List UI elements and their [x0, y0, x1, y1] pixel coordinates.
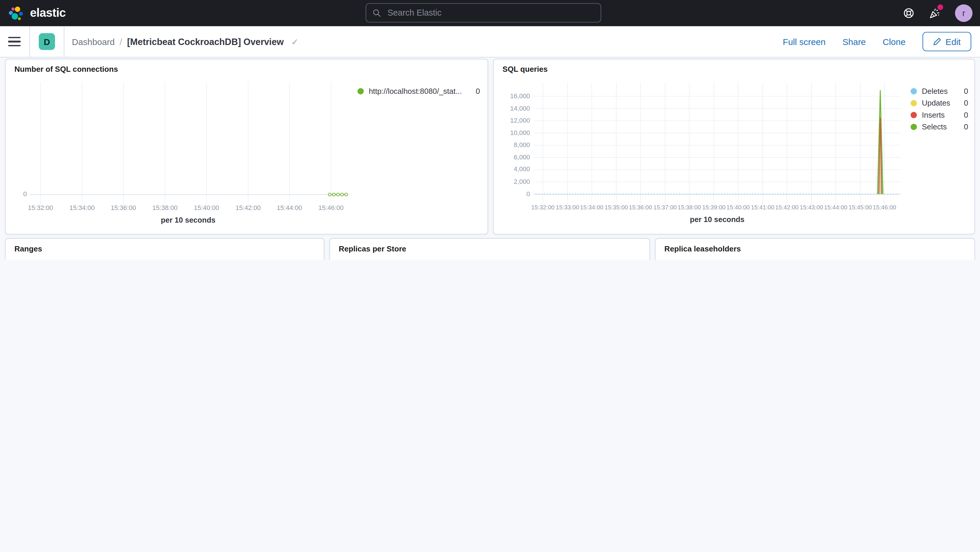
help-button[interactable] — [903, 8, 915, 19]
legend-dot — [911, 112, 917, 118]
y-tick-label: 2,000 — [514, 178, 530, 185]
chart-svg — [29, 82, 347, 207]
panel-title: Replica leaseholders — [665, 244, 741, 253]
search-input[interactable] — [387, 8, 595, 18]
x-axis-title: per 10 seconds — [534, 215, 900, 224]
panel-title: Number of SQL connections — [14, 65, 118, 74]
top-bar: elastic — [0, 0, 980, 26]
breadcrumb-separator: / — [120, 37, 122, 46]
panel-replica-leaseholders: Replica leaseholders 01020304050607080 1… — [655, 238, 975, 260]
avatar-initial: r — [963, 8, 965, 18]
legend-label: Inserts — [922, 111, 945, 119]
user-avatar[interactable]: r — [955, 5, 973, 22]
x-tick-label: 15:33:00 — [556, 204, 579, 210]
x-tick-label: 15:45:00 — [849, 204, 872, 210]
panel-ranges: Ranges 01020304050607080 15:32:0015:34:0… — [5, 238, 324, 260]
chart-plot[interactable] — [534, 83, 900, 200]
x-axis-labels: 15:32:0015:34:0015:36:0015:38:0015:40:00… — [29, 204, 347, 213]
x-tick-label: 15:42:00 — [775, 204, 799, 210]
x-tick-label: 15:36:00 — [629, 204, 652, 210]
panel-sql-queries: SQL queries 02,0004,0006,0008,00010,0001… — [493, 59, 975, 234]
x-tick-label: 15:43:00 — [800, 204, 823, 210]
legend-dot — [358, 88, 364, 94]
nav-bar: D Dashboard / [Metricbeat CockroachDB] O… — [0, 26, 980, 57]
legend-value: 0 — [964, 99, 968, 108]
legend-item[interactable]: http://localhost:8080/_stat...0 — [358, 87, 480, 95]
panel-title: Ranges — [14, 244, 42, 253]
search-icon — [372, 8, 381, 17]
y-tick-label: 6,000 — [514, 154, 530, 161]
x-tick-label: 15:37:00 — [653, 204, 676, 210]
legend-label: Deletes — [922, 87, 948, 95]
y-tick-label: 0 — [526, 190, 530, 197]
panel-replicas-per-store: Replicas per Store 01020304050607080 15:… — [329, 238, 650, 260]
help-life-ring-icon — [903, 8, 915, 19]
page-title: [Metricbeat CockroachDB] Overview — [127, 37, 284, 46]
full-screen-button[interactable]: Full screen — [783, 37, 826, 46]
x-tick-label: 15:38:00 — [152, 204, 178, 211]
legend-label: http://localhost:8080/_stat... — [369, 87, 462, 95]
y-tick-label: 16,000 — [510, 92, 530, 99]
chart-legend: http://localhost:8080/_stat...0 — [358, 87, 480, 95]
notification-dot — [937, 4, 943, 10]
top-actions: r — [903, 0, 973, 26]
clone-button[interactable]: Clone — [883, 37, 905, 46]
legend-value: 0 — [964, 111, 968, 119]
edit-button[interactable]: Edit — [923, 32, 971, 51]
space-badge-letter: D — [44, 37, 50, 46]
x-tick-label: 15:44:00 — [824, 204, 847, 210]
y-tick-label: 8,000 — [514, 142, 530, 148]
legend-item[interactable]: Updates0 — [911, 99, 968, 108]
x-tick-label: 15:42:00 — [235, 204, 261, 211]
y-tick-label: 4,000 — [514, 166, 530, 173]
y-tick-label: 10,000 — [510, 129, 530, 136]
legend-item[interactable]: Selects0 — [911, 122, 968, 132]
elastic-logo-icon — [8, 5, 24, 21]
legend-dot — [911, 88, 917, 94]
chart-plot[interactable] — [29, 82, 347, 200]
edit-button-label: Edit — [946, 37, 961, 46]
pencil-icon — [933, 38, 941, 46]
y-tick-label: 0 — [23, 191, 27, 197]
panel-title: Replicas per Store — [339, 244, 406, 253]
space-badge[interactable]: D — [39, 33, 55, 50]
global-search[interactable] — [366, 3, 601, 23]
x-tick-label: 15:46:00 — [873, 204, 896, 210]
x-tick-label: 15:32:00 — [531, 204, 555, 210]
x-tick-label: 15:36:00 — [111, 204, 136, 211]
legend-item[interactable]: Inserts0 — [911, 111, 968, 119]
breadcrumb-dashboard[interactable]: Dashboard — [72, 37, 115, 46]
y-tick-label: 12,000 — [510, 117, 530, 124]
chart-legend: Deletes0Updates0Inserts0Selects0 — [911, 87, 968, 131]
x-axis-title: per 10 seconds — [29, 216, 347, 224]
whats-new-button[interactable] — [929, 7, 940, 19]
legend-value: 0 — [964, 122, 968, 132]
legend-dot — [911, 124, 917, 130]
panel-title: SQL queries — [503, 65, 548, 74]
share-button[interactable]: Share — [842, 37, 865, 46]
kibana-dashboard: elastic — [0, 0, 980, 260]
x-tick-label: 15:35:00 — [605, 204, 628, 210]
x-tick-label: 15:32:00 — [28, 204, 53, 211]
x-tick-label: 15:39:00 — [702, 204, 725, 210]
legend-label: Updates — [922, 99, 950, 108]
y-axis-labels: 02,0004,0006,0008,00010,00012,00014,0001… — [500, 83, 530, 200]
legend-item[interactable]: Deletes0 — [911, 87, 968, 95]
x-tick-label: 15:38:00 — [678, 204, 701, 210]
divider — [29, 26, 30, 57]
dashboard-actions: Full screen Share Clone Edit — [783, 32, 971, 51]
divider — [64, 26, 64, 57]
x-tick-label: 15:34:00 — [580, 204, 603, 210]
legend-value: 0 — [964, 87, 968, 95]
x-tick-label: 15:44:00 — [277, 204, 302, 211]
x-tick-label: 15:46:00 — [318, 204, 344, 211]
breadcrumb: Dashboard / [Metricbeat CockroachDB] Ove… — [72, 37, 298, 46]
brand-name: elastic — [30, 6, 65, 20]
chart-svg — [534, 83, 900, 207]
legend-value: 0 — [476, 87, 480, 95]
legend-dot — [911, 100, 917, 106]
elastic-brand[interactable]: elastic — [8, 0, 66, 26]
y-tick-label: 14,000 — [510, 105, 530, 111]
menu-button[interactable] — [8, 37, 21, 46]
title-check-icon[interactable]: ✓ — [291, 37, 299, 46]
